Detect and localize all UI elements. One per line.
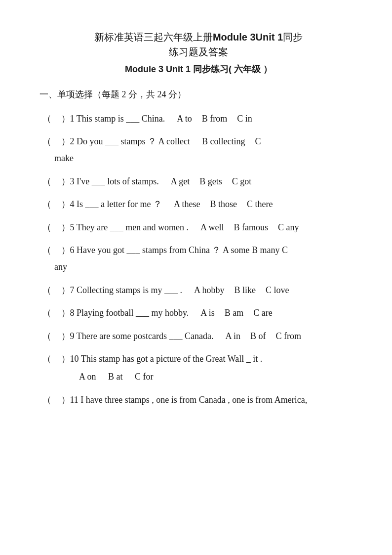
q4-text: ）4 Is ___ a letter for me ？ — [61, 196, 162, 212]
q10-opt-c: C for — [135, 372, 154, 382]
q1-opt-a: A to — [177, 111, 192, 127]
q6-text: ）6 Have you got ___ stamps from China ？ … — [61, 242, 288, 258]
q3-opt-a: A get — [171, 173, 190, 189]
q7-text: ）7 Collecting stamps is my ___ . — [61, 282, 183, 298]
paren-4: （ — [39, 196, 54, 212]
q8-opt-c: C are — [253, 305, 272, 321]
paren-2: （ — [39, 133, 54, 149]
q10-text: ）10 This stamp has got a picture of the … — [61, 351, 263, 367]
question-5: （ ）5 They are ___ men and women . A well… — [39, 219, 357, 235]
question-4: （ ）4 Is ___ a letter for me ？ A these B … — [39, 196, 357, 212]
title-line2: 练习题及答案 — [169, 46, 228, 57]
paren-6: （ — [39, 242, 54, 258]
paren-7: （ — [39, 282, 54, 298]
question-7: （ ）7 Collecting stamps is my ___ . A hob… — [39, 282, 357, 298]
q3-opt-c: C got — [232, 173, 252, 189]
paren-5: （ — [39, 219, 54, 235]
q3-text: ）3 I've ___ lots of stamps. — [61, 173, 159, 189]
paren-3: （ — [39, 173, 54, 189]
q2-opt-c: C — [255, 133, 261, 149]
question-2: （ ）2 Do you ___ stamps ？ A collect B col… — [39, 133, 357, 167]
q3-opt-b: B gets — [199, 173, 222, 189]
paren-1: （ — [39, 111, 54, 127]
paren-10: （ — [39, 351, 54, 367]
q2-opt-b: B collecting — [202, 133, 245, 149]
q1-num: ）1 This stamp is ___ China. — [61, 111, 165, 127]
question-6: （ ）6 Have you got ___ stamps from China … — [39, 242, 357, 275]
question-3: （ ）3 I've ___ lots of stamps. A get B ge… — [39, 173, 357, 189]
q9-opt-c: C from — [276, 328, 302, 344]
q2-continuation: make — [39, 150, 357, 166]
question-10: （ ）10 This stamp has got a picture of th… — [39, 351, 357, 385]
q10-opt-b: B at — [108, 372, 123, 382]
q7-opt-b: B like — [235, 282, 256, 298]
paren-9: （ — [39, 328, 54, 344]
q8-text: ）8 Playing football ___ my hobby. — [61, 305, 189, 321]
paren-11: （ — [39, 392, 54, 408]
q10-sub-options: A on B at C for — [39, 369, 154, 384]
q7-opt-c: C love — [266, 282, 289, 298]
q4-opt-b: B those — [210, 196, 237, 212]
q10-opt-a: A on — [79, 372, 96, 382]
q1-opt-c: C in — [237, 111, 252, 127]
q8-opt-a: A is — [200, 305, 215, 321]
q5-opt-a: A well — [200, 219, 224, 235]
q5-opt-b: B famous — [234, 219, 269, 235]
module-subtitle: Module 3 Unit 1 同步练习( 六年级 ） — [39, 62, 357, 77]
q5-text: ）5 They are ___ men and women . — [61, 219, 189, 235]
question-11: （ ）11 I have three stamps , one is from … — [39, 392, 357, 408]
question-1: （ ）1 This stamp is ___ China. A to B fro… — [39, 111, 357, 127]
title-line1: 新标准英语三起六年级上册Module 3Unit 1同步 — [94, 32, 303, 43]
q4-opt-a: A these — [174, 196, 200, 212]
section1-header: 一、单项选择（每题 2 分，共 24 分） — [39, 87, 357, 102]
q7-opt-a: A hobby — [194, 282, 225, 298]
page-title: 新标准英语三起六年级上册Module 3Unit 1同步 练习题及答案 — [39, 30, 357, 59]
q6-continuation: any — [39, 259, 357, 275]
q5-opt-c: C any — [278, 219, 299, 235]
q8-opt-b: B am — [225, 305, 244, 321]
q1-opt-b: B from — [202, 111, 228, 127]
q9-opt-b: B of — [250, 328, 266, 344]
question-9: （ ）9 There are some postcards ___ Canada… — [39, 328, 357, 344]
q4-opt-c: C there — [247, 196, 273, 212]
paren-8: （ — [39, 305, 54, 321]
q11-text: ）11 I have three stamps , one is from Ca… — [61, 392, 308, 408]
q9-opt-a: A in — [226, 328, 241, 344]
q9-text: ）9 There are some postcards ___ Canada. — [61, 328, 214, 344]
q2-text: ）2 Do you ___ stamps ？ A collect — [61, 133, 190, 149]
question-8: （ ）8 Playing football ___ my hobby. A is… — [39, 305, 357, 321]
